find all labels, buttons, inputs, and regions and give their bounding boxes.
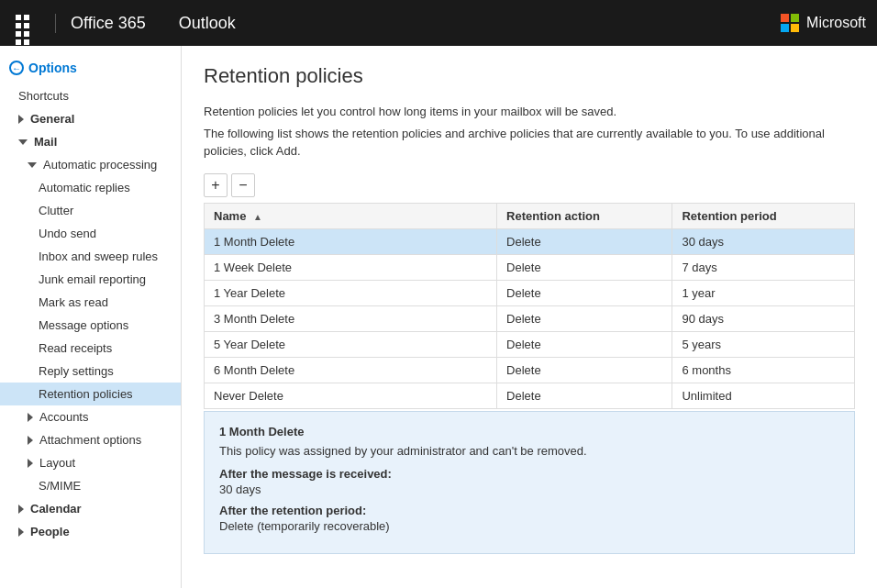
cell-name: 3 Month Delete xyxy=(205,305,497,331)
mail-expand-icon xyxy=(18,139,28,145)
calendar-expand-icon xyxy=(18,505,24,514)
detail-panel: 1 Month Delete This policy was assigned … xyxy=(204,411,855,554)
mail-label: Mail xyxy=(34,135,57,149)
sidebar-item-mail[interactable]: Mail xyxy=(0,130,181,153)
toolbar: + − xyxy=(204,173,855,197)
detail-after-period-value: Delete (temporarily recoverable) xyxy=(219,519,839,533)
col-header-name[interactable]: Name ▲ xyxy=(205,203,497,228)
table-row[interactable]: 5 Year DeleteDelete5 years xyxy=(205,331,855,357)
auto-processing-expand-icon xyxy=(28,162,37,168)
inbox-sweep-label: Inbox and sweep rules xyxy=(39,250,158,263)
sidebar-item-layout[interactable]: Layout xyxy=(0,451,181,474)
sidebar-item-accounts[interactable]: Accounts xyxy=(0,405,181,428)
sort-arrow-icon: ▲ xyxy=(253,212,262,222)
sidebar-item-people[interactable]: People xyxy=(0,520,181,543)
reply-settings-label: Reply settings xyxy=(39,364,114,378)
clutter-label: Clutter xyxy=(39,204,73,217)
cell-name: 5 Year Delete xyxy=(205,331,497,357)
cell-name: 6 Month Delete xyxy=(205,357,497,383)
auto-processing-label: Automatic processing xyxy=(43,158,157,172)
description-1: Retention policies let you control how l… xyxy=(204,103,855,121)
layout-label: Layout xyxy=(39,456,75,470)
detail-after-period-label: After the retention period: xyxy=(219,504,839,517)
cell-period: 30 days xyxy=(672,228,855,254)
remove-policy-button[interactable]: − xyxy=(231,173,255,197)
smime-label: S/MIME xyxy=(39,479,81,493)
sidebar-item-inbox-sweep[interactable]: Inbox and sweep rules xyxy=(0,245,181,268)
sidebar-item-calendar[interactable]: Calendar xyxy=(0,497,181,520)
undo-send-label: Undo send xyxy=(39,227,96,240)
table-header: Name ▲ Retention action Retention period xyxy=(205,203,855,228)
cell-action: Delete xyxy=(497,280,672,305)
sidebar-item-automatic-processing[interactable]: Automatic processing xyxy=(0,153,181,176)
detail-policy-name: 1 Month Delete xyxy=(219,425,839,438)
sidebar-item-general[interactable]: General xyxy=(0,107,181,130)
sidebar-item-junk-email[interactable]: Junk email reporting xyxy=(0,268,181,291)
cell-action: Delete xyxy=(497,331,672,357)
page-layout: ← Options Shortcuts General Mail Automat… xyxy=(0,46,877,588)
cell-period: 5 years xyxy=(672,331,855,357)
mark-as-read-label: Mark as read xyxy=(39,295,108,309)
microsoft-label: Microsoft xyxy=(806,15,866,31)
people-expand-icon xyxy=(18,527,24,537)
col-header-action[interactable]: Retention action xyxy=(497,203,672,228)
read-receipts-label: Read receipts xyxy=(39,341,112,355)
sidebar-item-smime[interactable]: S/MIME xyxy=(0,474,181,497)
add-policy-button[interactable]: + xyxy=(204,173,228,197)
cell-name: 1 Month Delete xyxy=(205,228,497,254)
people-label: People xyxy=(30,525,70,538)
back-label: Options xyxy=(28,61,77,75)
microsoft-logo-area: Microsoft xyxy=(781,14,866,32)
app-grid-icon[interactable] xyxy=(11,10,37,36)
sidebar-item-attachment-options[interactable]: Attachment options xyxy=(0,428,181,451)
sidebar-item-message-options[interactable]: Message options xyxy=(0,314,181,337)
table-row[interactable]: 1 Week DeleteDelete7 days xyxy=(205,254,855,280)
main-content: Retention policies Retention policies le… xyxy=(182,46,877,588)
sidebar-item-clutter[interactable]: Clutter xyxy=(0,199,181,222)
auto-replies-label: Automatic replies xyxy=(39,181,130,194)
detail-policy-desc: This policy was assigned by your adminis… xyxy=(219,444,839,458)
cell-name: 1 Week Delete xyxy=(205,254,497,280)
table-row[interactable]: 3 Month DeleteDelete90 days xyxy=(205,305,855,331)
cell-period: 1 year xyxy=(672,280,855,305)
sidebar-item-undo-send[interactable]: Undo send xyxy=(0,222,181,245)
cell-period: 6 months xyxy=(672,357,855,383)
sidebar-item-shortcuts[interactable]: Shortcuts xyxy=(0,84,181,107)
page-title: Retention policies xyxy=(204,64,855,88)
options-back-link[interactable]: ← Options xyxy=(0,55,181,81)
table-row[interactable]: Never DeleteDeleteUnlimited xyxy=(205,383,855,408)
sidebar-item-retention-policies[interactable]: Retention policies xyxy=(0,383,181,405)
description-2: The following list shows the retention p… xyxy=(204,125,855,161)
microsoft-icon xyxy=(781,14,799,32)
table-body: 1 Month DeleteDelete30 days1 Week Delete… xyxy=(205,228,855,408)
layout-expand-icon xyxy=(28,459,33,468)
message-options-label: Message options xyxy=(39,318,128,332)
cell-period: 7 days xyxy=(672,254,855,280)
cell-name: 1 Year Delete xyxy=(205,280,497,305)
back-arrow-icon: ← xyxy=(9,61,24,75)
shortcuts-label: Shortcuts xyxy=(18,89,69,103)
topbar: Office 365 Outlook Microsoft xyxy=(0,0,877,46)
calendar-label: Calendar xyxy=(30,502,82,516)
general-label: General xyxy=(30,112,74,126)
sidebar-item-reply-settings[interactable]: Reply settings xyxy=(0,360,181,383)
attachment-expand-icon xyxy=(28,436,33,445)
accounts-expand-icon xyxy=(28,413,33,422)
policies-table: Name ▲ Retention action Retention period… xyxy=(204,203,855,409)
table-row[interactable]: 1 Month DeleteDelete30 days xyxy=(205,228,855,254)
sidebar-item-automatic-replies[interactable]: Automatic replies xyxy=(0,176,181,199)
sidebar-item-read-receipts[interactable]: Read receipts xyxy=(0,337,181,360)
col-header-period[interactable]: Retention period xyxy=(672,203,855,228)
retention-policies-label: Retention policies xyxy=(39,387,133,401)
detail-after-received-value: 30 days xyxy=(219,483,839,496)
junk-email-label: Junk email reporting xyxy=(39,272,146,286)
topbar-app-name: Office 365 xyxy=(55,14,164,33)
sidebar-nav: Shortcuts General Mail Automatic process… xyxy=(0,81,181,547)
cell-name: Never Delete xyxy=(205,383,497,408)
sidebar-item-mark-as-read[interactable]: Mark as read xyxy=(0,291,181,314)
table-row[interactable]: 6 Month DeleteDelete6 months xyxy=(205,357,855,383)
table-row[interactable]: 1 Year DeleteDelete1 year xyxy=(205,280,855,305)
detail-after-received-label: After the message is received: xyxy=(219,467,839,481)
cell-action: Delete xyxy=(497,383,672,408)
accounts-label: Accounts xyxy=(39,410,88,424)
